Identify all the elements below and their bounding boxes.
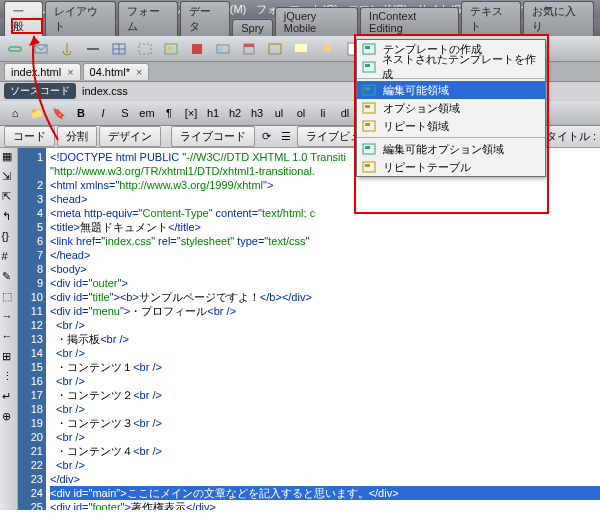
- insert-tab[interactable]: テキスト: [461, 1, 521, 36]
- div-icon[interactable]: [136, 40, 154, 58]
- document-tab[interactable]: 04.html*×: [83, 63, 150, 80]
- media-icon[interactable]: [188, 40, 206, 58]
- outdent-icon[interactable]: ←: [2, 330, 16, 344]
- svg-rect-25: [365, 87, 370, 90]
- collapse-icon[interactable]: ⇲: [2, 170, 16, 184]
- head-icon[interactable]: [318, 40, 336, 58]
- source-file[interactable]: index.css: [82, 85, 128, 97]
- menu-item-label: 編集可能領域: [383, 83, 449, 98]
- format-icon[interactable]: ⊞: [2, 350, 16, 364]
- insert-tab[interactable]: フォーム: [118, 1, 178, 36]
- source-label: ソースコード: [4, 83, 76, 99]
- image-icon[interactable]: [162, 40, 180, 58]
- syntax-icon[interactable]: ⬚: [2, 290, 16, 304]
- select-parent-icon[interactable]: ↰: [2, 210, 16, 224]
- wrap-icon[interactable]: ↵: [2, 390, 16, 404]
- insert-tab[interactable]: InContext Editing: [360, 7, 459, 36]
- document-tab[interactable]: index.html×: [4, 63, 81, 80]
- code-area[interactable]: <!DOCTYPE html PUBLIC "-//W3C//DTD XHTML…: [46, 148, 600, 510]
- close-icon[interactable]: ×: [67, 66, 73, 78]
- menu-item[interactable]: オプション領域: [357, 99, 545, 117]
- svg-rect-15: [295, 44, 307, 52]
- email-link-icon[interactable]: [32, 40, 50, 58]
- design-view-button[interactable]: デザイン: [99, 126, 161, 147]
- dl-icon[interactable]: dl: [336, 104, 354, 122]
- code-editor: ▦ ⇲ ⇱ ↰ {} # ✎ ⬚ → ← ⊞ ⋮ ↵ ⊕ 12345678910…: [0, 148, 600, 510]
- menu-item[interactable]: リピート領域: [357, 117, 545, 135]
- svg-rect-7: [165, 44, 177, 54]
- bq-icon[interactable]: [×]: [182, 104, 200, 122]
- insert-tab[interactable]: Spry: [232, 19, 273, 36]
- svg-rect-23: [365, 64, 370, 67]
- insert-tab[interactable]: 一般: [4, 1, 43, 36]
- comment-icon[interactable]: [292, 40, 310, 58]
- svg-rect-33: [365, 164, 370, 167]
- balance-icon[interactable]: {}: [2, 230, 16, 244]
- menu-item-label: リピートテーブル: [383, 160, 471, 175]
- menu-item[interactable]: 編集可能オプション領域: [357, 140, 545, 158]
- ul-icon[interactable]: ul: [270, 104, 288, 122]
- svg-rect-29: [365, 123, 370, 126]
- template-icon: [361, 42, 377, 56]
- date-icon[interactable]: [240, 40, 258, 58]
- menu-item[interactable]: 編集可能領域: [357, 81, 545, 99]
- italic-icon[interactable]: I: [94, 104, 112, 122]
- insert-panel-tabs: 一般レイアウトフォームデータSpryjQuery MobileInContext…: [0, 18, 600, 36]
- svg-rect-11: [219, 47, 222, 51]
- recent-icon[interactable]: ⋮: [2, 370, 16, 384]
- insert-tab[interactable]: レイアウト: [45, 1, 116, 36]
- open-docs-icon[interactable]: ▦: [2, 150, 16, 164]
- indent-icon[interactable]: →: [2, 310, 16, 324]
- anchor-icon[interactable]: [58, 40, 76, 58]
- expand-icon[interactable]: ⇱: [2, 190, 16, 204]
- hr-icon[interactable]: [84, 40, 102, 58]
- code-view-button[interactable]: コード: [4, 126, 55, 147]
- nested-template-icon: [361, 60, 376, 74]
- em-icon[interactable]: em: [138, 104, 156, 122]
- svg-rect-31: [365, 146, 370, 149]
- widget-icon[interactable]: [214, 40, 232, 58]
- menu-item-label: リピート領域: [383, 119, 449, 134]
- home-icon[interactable]: ⌂: [6, 104, 24, 122]
- insert-tab[interactable]: データ: [180, 1, 230, 36]
- menu-item[interactable]: ネストされたテンプレートを作成: [357, 58, 545, 76]
- menu-item-label: 編集可能オプション領域: [383, 142, 504, 157]
- tag-icon[interactable]: 🔖: [50, 104, 68, 122]
- refresh-icon[interactable]: ⟳: [257, 128, 275, 146]
- svg-point-8: [168, 46, 171, 49]
- templates-menu: テンプレートの作成ネストされたテンプレートを作成編集可能領域オプション領域リピー…: [356, 39, 546, 177]
- hyperlink-icon[interactable]: [6, 40, 24, 58]
- split-view-button[interactable]: 分割: [57, 126, 97, 147]
- move-icon[interactable]: ⊕: [2, 410, 16, 424]
- table-icon[interactable]: [110, 40, 128, 58]
- svg-rect-10: [217, 45, 229, 53]
- livecode-button[interactable]: ライブコード: [171, 126, 255, 147]
- p-icon[interactable]: ¶: [160, 104, 178, 122]
- code-toolbar-vertical: ▦ ⇲ ⇱ ↰ {} # ✎ ⬚ → ← ⊞ ⋮ ↵ ⊕: [0, 148, 18, 510]
- highlight-icon[interactable]: ✎: [2, 270, 16, 284]
- insert-tab[interactable]: お気に入り: [523, 1, 594, 36]
- insert-tab[interactable]: jQuery Mobile: [275, 7, 358, 36]
- close-icon[interactable]: ×: [136, 66, 142, 78]
- li-icon[interactable]: li: [314, 104, 332, 122]
- repeat-table-icon: [361, 160, 377, 174]
- line-num-icon[interactable]: #: [2, 250, 16, 264]
- ol-icon[interactable]: ol: [292, 104, 310, 122]
- svg-rect-13: [244, 44, 254, 47]
- ssi-icon[interactable]: [266, 40, 284, 58]
- strong-icon[interactable]: S: [116, 104, 134, 122]
- menu-item[interactable]: リピートテーブル: [357, 158, 545, 176]
- h3-icon[interactable]: h3: [248, 104, 266, 122]
- folder-icon[interactable]: 📁: [28, 104, 46, 122]
- svg-rect-27: [365, 105, 370, 108]
- svg-rect-0: [9, 47, 21, 51]
- options-icon[interactable]: ☰: [277, 128, 295, 146]
- svg-point-16: [323, 44, 331, 52]
- h1-icon[interactable]: h1: [204, 104, 222, 122]
- svg-rect-6: [139, 44, 151, 54]
- bold-icon[interactable]: B: [72, 104, 90, 122]
- h2-icon[interactable]: h2: [226, 104, 244, 122]
- title-label: タイトル :: [546, 129, 596, 144]
- svg-rect-21: [365, 46, 370, 49]
- svg-rect-14: [269, 44, 281, 54]
